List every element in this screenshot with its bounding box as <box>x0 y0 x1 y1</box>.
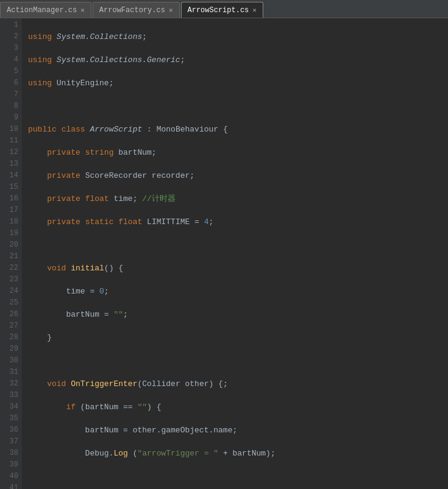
tab-actionmanager[interactable]: ActionManager.cs ✕ <box>0 2 91 18</box>
tab-label: ActionManager.cs <box>7 6 77 15</box>
close-icon[interactable]: ✕ <box>252 6 257 14</box>
line-numbers: 12345 678910 1112131415 1617181920 21222… <box>0 18 22 489</box>
tab-bar: ActionManager.cs ✕ ArrowFactory.cs ✕ Arr… <box>0 0 448 18</box>
code-area[interactable]: using System.Collections; using System.C… <box>22 18 448 489</box>
tab-arrowscript[interactable]: ArrowScript.cs ✕ <box>181 2 263 18</box>
editor: 12345 678910 1112131415 1617181920 21222… <box>0 18 448 489</box>
close-icon[interactable]: ✕ <box>80 6 85 14</box>
tab-label: ArrowFactory.cs <box>99 6 165 15</box>
tab-label: ArrowScript.cs <box>188 6 249 15</box>
close-icon[interactable]: ✕ <box>169 6 173 14</box>
tab-arrowfactory[interactable]: ArrowFactory.cs ✕ <box>93 2 180 18</box>
